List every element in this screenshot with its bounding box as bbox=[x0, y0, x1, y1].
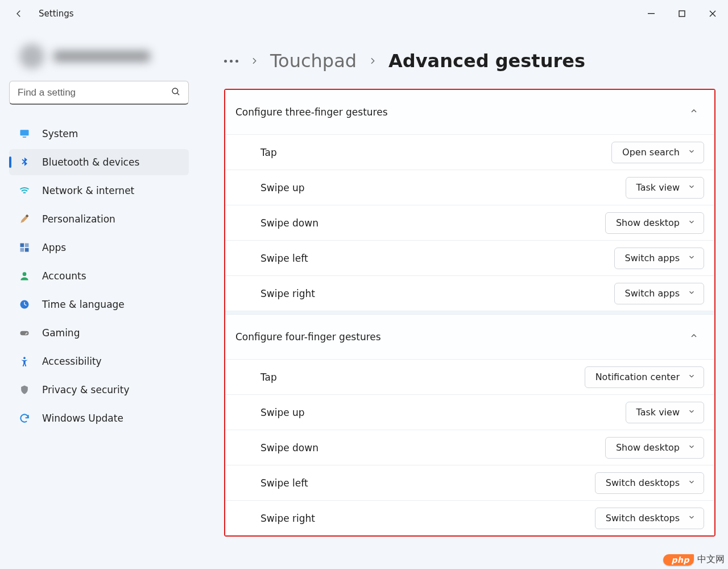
gamepad-icon bbox=[18, 327, 31, 339]
setting-label: Tap bbox=[260, 372, 277, 383]
setting-label: Swipe left bbox=[260, 477, 308, 489]
chevron-down-icon bbox=[688, 147, 696, 157]
setting-row: Swipe leftSwitch desktops bbox=[225, 465, 714, 500]
setting-dropdown[interactable]: Switch apps bbox=[614, 248, 704, 269]
sidebar-item-privacy-security[interactable]: Privacy & security bbox=[9, 377, 189, 403]
setting-dropdown[interactable]: Task view bbox=[626, 402, 704, 423]
dropdown-value: Notification center bbox=[595, 372, 680, 382]
sidebar-item-label: System bbox=[42, 128, 78, 139]
page-title: Advanced gestures bbox=[388, 50, 585, 72]
account-name bbox=[53, 51, 150, 62]
search-wrap bbox=[9, 81, 189, 105]
setting-dropdown[interactable]: Task view bbox=[626, 177, 704, 199]
setting-label: Swipe right bbox=[260, 288, 315, 299]
setting-row: Swipe upTask view bbox=[225, 170, 714, 205]
svg-rect-9 bbox=[25, 248, 29, 252]
group-title: Configure four-finger gestures bbox=[235, 331, 381, 343]
sidebar-item-label: Personalization bbox=[42, 213, 115, 225]
sidebar-item-system[interactable]: System bbox=[9, 121, 189, 147]
chevron-down-icon bbox=[688, 478, 696, 488]
setting-dropdown[interactable]: Show desktop bbox=[605, 212, 704, 234]
setting-row: Swipe downShow desktop bbox=[225, 430, 714, 465]
group-title: Configure three-finger gestures bbox=[235, 106, 388, 118]
setting-row: Swipe rightSwitch apps bbox=[225, 275, 714, 311]
back-button[interactable] bbox=[10, 5, 27, 22]
chevron-down-icon bbox=[688, 183, 696, 192]
dropdown-value: Open search bbox=[622, 147, 680, 158]
account-block[interactable] bbox=[9, 35, 189, 77]
svg-point-2 bbox=[172, 88, 178, 94]
sidebar-item-accounts[interactable]: Accounts bbox=[9, 263, 189, 289]
setting-row: Swipe leftSwitch apps bbox=[225, 240, 714, 275]
chevron-right-icon bbox=[250, 53, 259, 69]
sidebar-item-accessibility[interactable]: Accessibility bbox=[9, 348, 189, 374]
main-content: Touchpad Advanced gestures Configure thr… bbox=[198, 27, 728, 569]
watermark-text: 中文网 bbox=[697, 554, 725, 566]
chevron-down-icon bbox=[688, 288, 696, 298]
dropdown-value: Task view bbox=[636, 182, 680, 193]
close-button[interactable] bbox=[697, 2, 728, 25]
apps-icon bbox=[18, 241, 31, 254]
chevron-up-icon bbox=[689, 106, 698, 118]
sidebar-item-gaming[interactable]: Gaming bbox=[9, 320, 189, 346]
group-header[interactable]: Configure four-finger gestures bbox=[225, 315, 714, 359]
breadcrumb-parent[interactable]: Touchpad bbox=[270, 50, 357, 72]
sidebar-item-label: Bluetooth & devices bbox=[42, 156, 139, 168]
chevron-down-icon bbox=[688, 372, 696, 382]
maximize-button[interactable] bbox=[667, 2, 697, 25]
setting-row: Swipe downShow desktop bbox=[225, 205, 714, 240]
chevron-up-icon bbox=[689, 331, 698, 343]
chevron-down-icon bbox=[688, 407, 696, 417]
dropdown-value: Switch apps bbox=[625, 253, 680, 263]
dropdown-value: Switch desktops bbox=[606, 477, 680, 488]
sidebar-item-network-internet[interactable]: Network & internet bbox=[9, 178, 189, 204]
wifi-icon bbox=[18, 184, 31, 197]
dropdown-value: Task view bbox=[636, 407, 680, 418]
dropdown-value: Switch desktops bbox=[606, 513, 680, 523]
setting-label: Tap bbox=[260, 147, 277, 158]
minimize-button[interactable] bbox=[636, 2, 667, 25]
sidebar-item-bluetooth-devices[interactable]: Bluetooth & devices bbox=[9, 149, 189, 175]
update-icon bbox=[18, 412, 31, 424]
sidebar-item-label: Privacy & security bbox=[42, 384, 130, 395]
chevron-down-icon bbox=[688, 253, 696, 263]
setting-dropdown[interactable]: Notification center bbox=[585, 366, 704, 388]
sidebar-item-label: Gaming bbox=[42, 327, 80, 339]
setting-dropdown[interactable]: Show desktop bbox=[605, 437, 704, 459]
svg-rect-0 bbox=[648, 13, 655, 14]
group-header[interactable]: Configure three-finger gestures bbox=[225, 90, 714, 134]
group-gap bbox=[225, 311, 714, 315]
person-icon bbox=[18, 270, 31, 282]
svg-rect-12 bbox=[20, 331, 29, 336]
sidebar-item-label: Windows Update bbox=[42, 413, 123, 424]
setting-label: Swipe left bbox=[260, 253, 308, 264]
dropdown-value: Switch apps bbox=[625, 288, 680, 299]
app-title: Settings bbox=[39, 9, 74, 19]
sidebar-item-apps[interactable]: Apps bbox=[9, 234, 189, 261]
avatar bbox=[19, 44, 44, 69]
sidebar-item-personalization[interactable]: Personalization bbox=[9, 206, 189, 232]
setting-dropdown[interactable]: Switch apps bbox=[614, 283, 704, 304]
minimize-icon bbox=[648, 10, 655, 17]
accessibility-icon bbox=[18, 355, 31, 368]
breadcrumb-more[interactable] bbox=[224, 60, 238, 63]
dropdown-value: Show desktop bbox=[616, 217, 680, 228]
setting-row: TapNotification center bbox=[225, 359, 714, 394]
search-icon bbox=[171, 86, 181, 99]
svg-rect-6 bbox=[20, 244, 24, 248]
sidebar-item-label: Time & language bbox=[42, 299, 125, 310]
sidebar-item-windows-update[interactable]: Windows Update bbox=[9, 405, 189, 431]
setting-dropdown[interactable]: Switch desktops bbox=[595, 472, 704, 494]
svg-rect-4 bbox=[23, 137, 27, 138]
monitor-icon bbox=[18, 127, 31, 140]
search-input[interactable] bbox=[9, 81, 189, 105]
setting-dropdown[interactable]: Switch desktops bbox=[595, 508, 704, 529]
setting-dropdown[interactable]: Open search bbox=[611, 142, 704, 163]
maximize-icon bbox=[679, 10, 685, 17]
sidebar-item-label: Accounts bbox=[42, 270, 86, 282]
chevron-down-icon bbox=[688, 513, 696, 523]
setting-row: Swipe rightSwitch desktops bbox=[225, 500, 714, 535]
dropdown-value: Show desktop bbox=[616, 442, 680, 453]
sidebar-item-time-language[interactable]: Time & language bbox=[9, 291, 189, 318]
window-controls bbox=[636, 2, 728, 25]
